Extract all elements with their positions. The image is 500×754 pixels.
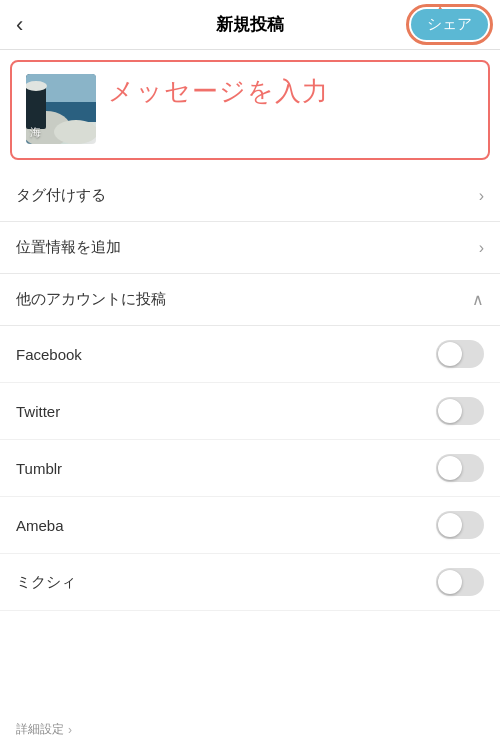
other-accounts-label: 他のアカウントに投稿 xyxy=(16,290,166,309)
twitter-label: Twitter xyxy=(16,403,60,420)
tumblr-label: Tumblr xyxy=(16,460,62,477)
image-label: 海 xyxy=(30,125,41,140)
tag-people-label: タグ付けする xyxy=(16,186,106,205)
toggle-list: Facebook Twitter Tumblr Ameba ミクシィ xyxy=(0,326,500,611)
mixi-label: ミクシィ xyxy=(16,573,76,592)
facebook-label: Facebook xyxy=(16,346,82,363)
svg-point-5 xyxy=(26,81,47,91)
back-button[interactable]: ‹ xyxy=(16,12,23,38)
settings-footer[interactable]: 詳細設定 › xyxy=(16,721,72,738)
collapse-icon: ∧ xyxy=(472,290,484,309)
tag-people-item[interactable]: タグ付けする › xyxy=(0,170,500,222)
ameba-toggle[interactable] xyxy=(436,511,484,539)
add-location-label: 位置情報を追加 xyxy=(16,238,121,257)
message-placeholder: メッセージを入力 xyxy=(108,74,474,109)
tumblr-toggle-item[interactable]: Tumblr xyxy=(0,440,500,497)
add-location-item[interactable]: 位置情報を追加 › xyxy=(0,222,500,274)
facebook-toggle-item[interactable]: Facebook xyxy=(0,326,500,383)
ameba-toggle-item[interactable]: Ameba xyxy=(0,497,500,554)
compose-area[interactable]: 海 メッセージを入力 xyxy=(10,60,490,160)
facebook-toggle[interactable] xyxy=(436,340,484,368)
other-accounts-section[interactable]: 他のアカウントに投稿 ∧ xyxy=(0,274,500,326)
mixi-toggle[interactable] xyxy=(436,568,484,596)
svg-point-6 xyxy=(54,120,96,144)
twitter-toggle[interactable] xyxy=(436,397,484,425)
compose-text-area[interactable]: メッセージを入力 xyxy=(108,74,474,146)
settings-chevron-icon: › xyxy=(68,723,72,737)
chevron-icon: › xyxy=(479,239,484,257)
tumblr-toggle[interactable] xyxy=(436,454,484,482)
compose-image: 海 xyxy=(26,74,96,144)
ameba-label: Ameba xyxy=(16,517,64,534)
settings-label: 詳細設定 xyxy=(16,721,64,738)
mixi-toggle-item[interactable]: ミクシィ xyxy=(0,554,500,611)
share-button[interactable]: シェア xyxy=(411,9,488,40)
list-section: タグ付けする › 位置情報を追加 › xyxy=(0,170,500,274)
page-title: 新規投稿 xyxy=(216,13,284,36)
header: ‹ 新規投稿 シェア xyxy=(0,0,500,50)
chevron-icon: › xyxy=(479,187,484,205)
twitter-toggle-item[interactable]: Twitter xyxy=(0,383,500,440)
